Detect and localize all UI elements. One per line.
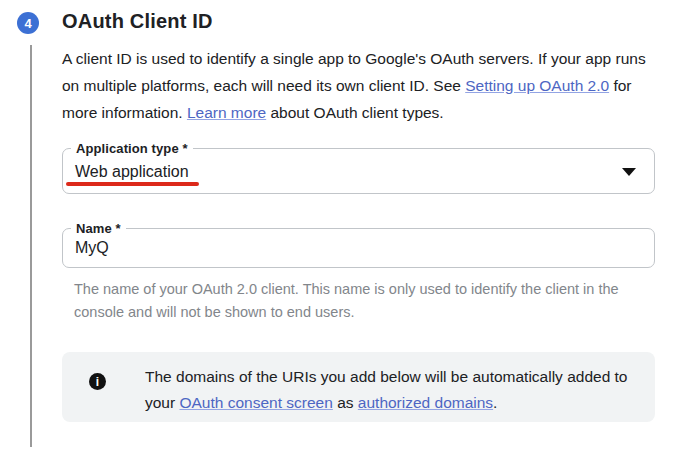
name-helper-text: The name of your OAuth 2.0 client. This …: [74, 278, 651, 324]
step-number-badge: 4: [17, 12, 39, 34]
name-input[interactable]: [75, 230, 635, 266]
application-type-label: Application type *: [71, 140, 193, 157]
learn-more-link[interactable]: Learn more: [187, 104, 266, 121]
application-type-value: Web application: [75, 163, 189, 181]
info-box-text: The domains of the URIs you add below wi…: [145, 364, 631, 416]
name-field-container: Name *: [62, 228, 655, 268]
page-title: OAuth Client ID: [62, 10, 213, 33]
step-number: 4: [24, 16, 31, 31]
red-underline-annotation: [66, 182, 199, 186]
intro-text: about OAuth client types.: [266, 104, 444, 121]
oauth-consent-screen-link[interactable]: OAuth consent screen: [179, 394, 332, 411]
oauth-client-id-step: 4 OAuth Client ID A client ID is used to…: [0, 0, 683, 449]
authorized-domains-link[interactable]: authorized domains: [358, 394, 493, 411]
info-icon: i: [89, 373, 106, 390]
info-box: i The domains of the URIs you add below …: [62, 352, 655, 422]
info-text: as: [333, 394, 358, 411]
dropdown-arrow-icon: [622, 168, 636, 176]
info-text: .: [493, 394, 497, 411]
setting-up-oauth-link[interactable]: Setting up OAuth 2.0: [465, 77, 609, 94]
intro-paragraph: A client ID is used to identify a single…: [62, 45, 658, 126]
stepper-connector-line: [30, 45, 32, 447]
application-type-select[interactable]: Application type * Web application: [62, 148, 655, 194]
